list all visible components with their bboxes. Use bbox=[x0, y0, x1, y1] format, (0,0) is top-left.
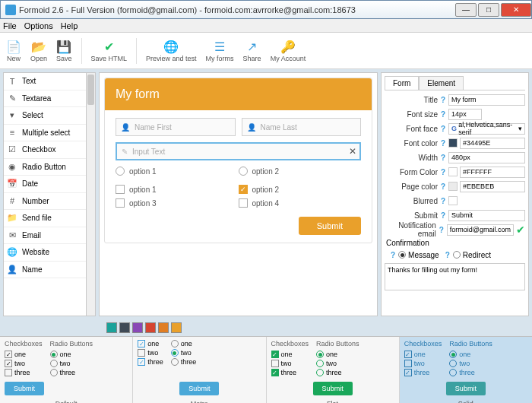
field-type-icon: 👤 bbox=[7, 265, 17, 274]
formcolor-swatch[interactable] bbox=[448, 167, 458, 176]
palette-item-select[interactable]: ▾Select bbox=[4, 107, 86, 125]
toolbar: 📄New 📂Open 💾Save ✔Save HTML 🌐Preview and… bbox=[0, 33, 532, 69]
prop-fontface-select[interactable]: Gal,Helvetica,sans-serif▾ bbox=[448, 123, 525, 135]
menu-file[interactable]: File bbox=[3, 21, 17, 30]
help-icon[interactable]: ? bbox=[445, 251, 450, 259]
pagecolor-swatch[interactable] bbox=[448, 182, 458, 191]
help-icon[interactable]: ? bbox=[441, 139, 445, 148]
help-icon[interactable]: ? bbox=[439, 226, 444, 234]
form-preview: My form 👤Name First 👤Name Last ✎Input Te… bbox=[104, 78, 372, 243]
theme-flat[interactable]: Checkboxes ✓one two ✓three Radio Buttons… bbox=[267, 337, 400, 403]
check-option-2[interactable]: ✓option 2 bbox=[239, 185, 362, 194]
radio-option-1[interactable]: option 1 bbox=[116, 167, 239, 176]
palette-item-name[interactable]: 👤Name bbox=[4, 262, 86, 279]
color-swatch[interactable] bbox=[145, 322, 156, 333]
menu-help[interactable]: Help bbox=[61, 21, 78, 30]
toolbar-open[interactable]: 📂Open bbox=[30, 39, 47, 62]
help-icon[interactable]: ? bbox=[441, 125, 445, 133]
prop-title-input[interactable]: My form bbox=[448, 94, 525, 106]
check-option-4[interactable]: option 4 bbox=[239, 198, 362, 208]
help-icon[interactable]: ? bbox=[441, 197, 445, 205]
name-first-input[interactable]: 👤Name First bbox=[116, 118, 236, 136]
palette-item-checkbox[interactable]: ☑Checkbox bbox=[4, 141, 86, 159]
menu-bar: File Options Help bbox=[0, 19, 532, 33]
prop-blurred-checkbox[interactable] bbox=[448, 196, 458, 205]
theme-metro[interactable]: ✓one two ✓three one two three Submit Met… bbox=[133, 337, 266, 403]
toolbar-share[interactable]: ↗Share bbox=[243, 39, 261, 62]
toolbar-new[interactable]: 📄New bbox=[6, 39, 21, 62]
color-swatch[interactable] bbox=[158, 322, 169, 333]
help-icon[interactable]: ? bbox=[441, 182, 445, 191]
delete-field-icon[interactable]: ✕ bbox=[349, 146, 356, 157]
palette-item-number[interactable]: #Number bbox=[4, 193, 86, 211]
radio-icon bbox=[316, 369, 324, 376]
tab-element[interactable]: Element bbox=[419, 76, 464, 90]
palette-item-multiple-select[interactable]: ≡Multiple select bbox=[4, 125, 86, 142]
prop-fontcolor-input[interactable]: #34495E bbox=[460, 138, 525, 149]
palette-item-send-file[interactable]: 📁Send file bbox=[4, 210, 86, 227]
help-icon[interactable]: ? bbox=[441, 154, 445, 162]
form-submit-button[interactable]: Submit bbox=[299, 217, 361, 235]
field-type-icon: ≡ bbox=[7, 128, 17, 137]
toolbar-save[interactable]: 💾Save bbox=[56, 39, 72, 62]
toolbar-preview[interactable]: 🌐Preview and test bbox=[146, 39, 197, 62]
color-swatch[interactable] bbox=[171, 322, 182, 333]
theme-flat-submit[interactable]: Submit bbox=[313, 382, 353, 395]
confirm-redirect-radio[interactable]: Redirect bbox=[453, 251, 491, 259]
color-swatch[interactable] bbox=[119, 322, 130, 333]
file-icon: 📄 bbox=[6, 39, 21, 54]
minimize-button[interactable]: — bbox=[455, 3, 477, 17]
prop-fontsize-label: Font size bbox=[385, 110, 441, 119]
color-swatch[interactable] bbox=[106, 322, 117, 333]
maximize-button[interactable]: □ bbox=[478, 3, 499, 17]
checkbox-icon bbox=[116, 198, 125, 208]
prop-pagecolor-input[interactable]: #EBEBEB bbox=[460, 181, 525, 192]
toolbar-myforms[interactable]: ☰My forms bbox=[206, 39, 234, 62]
check-option-1[interactable]: option 1 bbox=[116, 185, 239, 194]
color-swatch[interactable] bbox=[132, 322, 143, 333]
palette-item-email[interactable]: ✉Email bbox=[4, 227, 86, 245]
field-type-icon: 📅 bbox=[7, 179, 17, 189]
form-title[interactable]: My form bbox=[105, 78, 372, 110]
radio-icon bbox=[50, 351, 58, 358]
prop-fontface-label: Font face bbox=[385, 125, 441, 133]
help-icon[interactable]: ? bbox=[441, 110, 445, 119]
scrollbar-thumb[interactable] bbox=[87, 75, 94, 105]
prop-email-input[interactable]: formoid@gmail.com bbox=[447, 224, 514, 236]
theme-default-submit[interactable]: Submit bbox=[5, 382, 44, 395]
check-option-3[interactable]: option 3 bbox=[116, 198, 239, 208]
prop-fontsize-input[interactable]: 14px bbox=[448, 109, 482, 120]
help-icon[interactable]: ? bbox=[391, 251, 395, 259]
close-button[interactable]: ✕ bbox=[501, 3, 531, 17]
theme-metro-submit[interactable]: Submit bbox=[179, 382, 219, 395]
palette-item-text[interactable]: TText bbox=[4, 73, 86, 90]
field-type-icon: ✉ bbox=[7, 230, 17, 240]
theme-solid-submit[interactable]: Submit bbox=[446, 382, 486, 395]
help-icon[interactable]: ? bbox=[441, 96, 445, 104]
help-icon[interactable]: ? bbox=[441, 168, 445, 176]
palette-item-textarea[interactable]: ✎Textarea bbox=[4, 90, 86, 108]
form-canvas[interactable]: My form 👤Name First 👤Name Last ✎Input Te… bbox=[99, 72, 378, 316]
palette-item-radio-button[interactable]: ◉Radio Button bbox=[4, 159, 86, 176]
confirm-message-textarea[interactable]: Thanks for filling out my form! bbox=[385, 263, 525, 290]
radio-option-2[interactable]: option 2 bbox=[239, 167, 362, 176]
name-last-input[interactable]: 👤Name Last bbox=[242, 118, 362, 136]
theme-solid[interactable]: Checkboxes ✓one two ✓three Radio Buttons… bbox=[400, 337, 532, 403]
text-input-selected[interactable]: ✎Input Text✕ bbox=[116, 142, 361, 160]
palette-item-date[interactable]: 📅Date bbox=[4, 176, 86, 193]
radio-icon bbox=[171, 349, 179, 357]
prop-width-input[interactable]: 480px bbox=[448, 152, 525, 163]
toolbar-savehtml[interactable]: ✔Save HTML bbox=[91, 39, 128, 62]
help-icon[interactable]: ? bbox=[441, 211, 445, 220]
confirm-message-radio[interactable]: Message bbox=[398, 251, 439, 259]
toolbar-account[interactable]: 🔑My Account bbox=[271, 39, 306, 62]
prop-submit-input[interactable]: Submit bbox=[448, 210, 525, 221]
fontcolor-swatch[interactable] bbox=[448, 138, 458, 148]
palette-scrollbar[interactable] bbox=[87, 72, 96, 316]
menu-options[interactable]: Options bbox=[24, 21, 53, 30]
tab-form[interactable]: Form bbox=[385, 76, 419, 90]
prop-formcolor-input[interactable]: #FFFFFF bbox=[460, 167, 525, 178]
palette-item-website[interactable]: 🌐Website bbox=[4, 244, 86, 262]
theme-default[interactable]: Checkboxes ✓one ✓two three Radio Buttons… bbox=[0, 337, 133, 403]
prop-fontcolor-label: Font color bbox=[385, 139, 441, 148]
